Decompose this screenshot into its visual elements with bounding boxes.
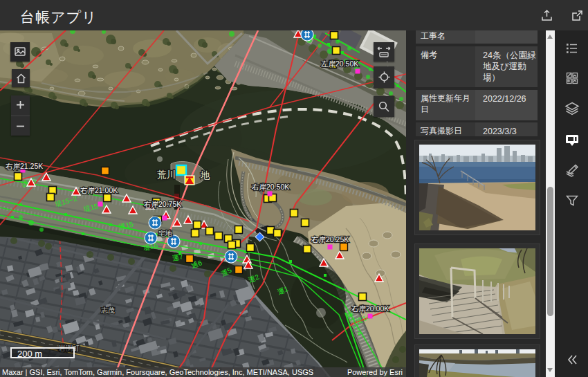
svg-text:志茂: 志茂 (101, 306, 115, 314)
svg-text:荒川: 荒川 (157, 169, 176, 180)
svg-text:右岸21.25K: 右岸21.25K (6, 162, 43, 170)
svg-text:宅地: 宅地 (158, 230, 172, 237)
svg-text:右岸20.50K: 右岸20.50K (252, 183, 289, 191)
svg-text:右岸20.00K: 右岸20.00K (351, 304, 389, 313)
svg-text:地: 地 (200, 170, 210, 181)
svg-text:右岸20.75K: 右岸20.75K (144, 200, 181, 208)
svg-text:右岸21.00K: 右岸21.00K (80, 186, 118, 194)
svg-text:左岸20.50K: 左岸20.50K (321, 59, 358, 68)
svg-text:右岸20.25K: 右岸20.25K (311, 235, 349, 243)
